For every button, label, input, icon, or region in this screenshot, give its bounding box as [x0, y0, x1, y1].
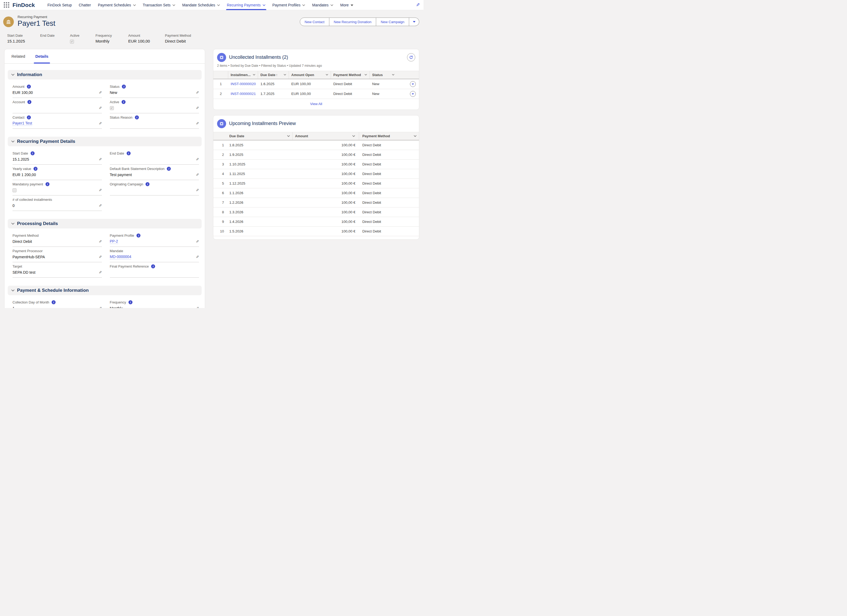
column-payment-method[interactable]: Payment Method	[359, 132, 419, 140]
table-row: 10 1.5.2026 100,00 € Direct Debit	[213, 227, 419, 236]
edit-pencil-icon[interactable]: ✎	[99, 307, 102, 308]
highlight-amount: Amount EUR 100,00	[128, 34, 165, 44]
nav-item-chatter[interactable]: Chatter	[75, 0, 94, 10]
tab-related[interactable]: Related	[12, 49, 25, 63]
app-navigation-bar: FinDock FinDock Setup Chatter Payment Sc…	[0, 0, 424, 10]
column-due-date[interactable]: Due Date	[226, 132, 293, 140]
checkbox-checked-icon	[70, 40, 74, 44]
table-row: 6 1.1.2026 100,00 € Direct Debit	[213, 188, 419, 198]
mandate-link[interactable]: MD-0000004	[110, 255, 131, 259]
edit-pencil-icon[interactable]: ✎	[416, 2, 420, 8]
edit-pencil-icon[interactable]: ✎	[99, 106, 102, 110]
field-payment-method: Payment Method Direct Debit✎	[12, 233, 102, 247]
edit-pencil-icon[interactable]: ✎	[196, 255, 199, 259]
edit-pencil-icon[interactable]: ✎	[196, 240, 199, 243]
installment-link[interactable]: INST-00000021	[231, 92, 256, 96]
new-campaign-button[interactable]: New Campaign	[376, 18, 409, 26]
table-row: 5 1.12.2025 100,00 € Direct Debit	[213, 179, 419, 188]
nav-item-recurring-payments[interactable]: Recurring Payments	[223, 0, 269, 10]
column-amount-open[interactable]: Amount Open	[289, 71, 331, 79]
info-icon[interactable]	[151, 264, 155, 268]
table-row: 2 1.9.2025 100,00 € Direct Debit	[213, 150, 419, 159]
edit-pencil-icon[interactable]: ✎	[99, 255, 102, 259]
column-installment[interactable]: Installmen...	[228, 71, 258, 79]
edit-pencil-icon[interactable]: ✎	[99, 240, 102, 243]
edit-pencil-icon[interactable]: ✎	[99, 271, 102, 274]
table-row: 1 INST-00000020 1.6.2025 EUR 100,00 Dire…	[213, 79, 419, 89]
info-icon[interactable]	[135, 115, 139, 119]
info-icon[interactable]	[136, 234, 140, 237]
payment-profile-link[interactable]: PP-2	[110, 239, 118, 244]
row-actions-dropdown-button[interactable]	[410, 91, 416, 97]
nav-item-findock-setup[interactable]: FinDock Setup	[44, 0, 75, 10]
edit-pencil-icon[interactable]: ✎	[99, 122, 102, 125]
info-icon[interactable]	[146, 182, 149, 186]
section-header-recurring-payment-details[interactable]: Recurring Payment Details	[8, 137, 202, 146]
field-originating-campaign: Originating Campaign ✎	[110, 181, 199, 196]
row-actions-dropdown-button[interactable]	[410, 81, 416, 87]
tab-details[interactable]: Details	[35, 49, 49, 63]
view-all-link[interactable]: View All	[310, 102, 322, 106]
new-contact-button[interactable]: New Contact	[300, 18, 329, 26]
info-icon[interactable]	[27, 100, 31, 104]
chevron-down-icon	[352, 135, 355, 137]
refresh-button[interactable]	[407, 53, 415, 62]
field-default-bank-statement-description: Default Bank Statement Description Test …	[110, 166, 199, 180]
nav-item-transaction-sets[interactable]: Transaction Sets	[139, 0, 179, 10]
info-icon[interactable]	[167, 167, 171, 171]
info-icon[interactable]	[46, 182, 49, 186]
info-icon[interactable]	[31, 151, 35, 155]
edit-pencil-icon[interactable]: ✎	[196, 158, 199, 161]
section-header-information[interactable]: Information	[8, 70, 202, 80]
info-icon[interactable]	[27, 115, 31, 119]
nav-item-mandates[interactable]: Mandates	[308, 0, 336, 10]
installment-knot-icon	[217, 119, 226, 128]
info-icon[interactable]	[34, 167, 37, 171]
highlight-start-date: Start Date 15.1.2025	[7, 34, 40, 44]
edit-pencil-icon[interactable]: ✎	[196, 307, 199, 308]
checkbox-unchecked-icon	[12, 188, 16, 192]
nav-item-payment-schedules[interactable]: Payment Schedules	[94, 0, 139, 10]
info-icon[interactable]	[127, 151, 131, 155]
recurring-payment-record-icon	[3, 16, 14, 27]
field-mandate: Mandate MD-0000004✎	[110, 248, 199, 262]
nav-item-mandate-schedules[interactable]: Mandate Schedules	[179, 0, 223, 10]
field-end-date: End Date ✎	[110, 150, 199, 165]
table-row: 7 1.2.2026 100,00 € Direct Debit	[213, 198, 419, 208]
info-icon[interactable]	[122, 85, 126, 88]
section-header-processing-details[interactable]: Processing Details	[8, 219, 202, 228]
new-recurring-donation-button[interactable]: New Recurring Donation	[329, 18, 376, 26]
edit-pencil-icon[interactable]: ✎	[99, 91, 102, 94]
edit-pencil-icon[interactable]: ✎	[196, 122, 199, 125]
section-header-payment-schedule-information[interactable]: Payment & Schedule Information	[8, 286, 202, 295]
more-actions-dropdown-button[interactable]	[409, 18, 419, 26]
info-icon[interactable]	[27, 85, 31, 88]
related-list-title[interactable]: Uncollected Installments (2)	[229, 55, 288, 60]
edit-pencil-icon[interactable]: ✎	[196, 188, 199, 192]
info-icon[interactable]	[122, 100, 125, 104]
column-due-date[interactable]: Due Date	[258, 71, 289, 79]
edit-pencil-icon[interactable]: ✎	[99, 204, 102, 208]
info-icon[interactable]	[52, 300, 56, 304]
edit-pencil-icon[interactable]: ✎	[196, 173, 199, 177]
edit-pencil-icon[interactable]: ✎	[99, 158, 102, 161]
installment-link[interactable]: INST-00000020	[231, 82, 256, 86]
contact-link[interactable]: Payer1 Test	[12, 121, 32, 126]
app-name-logo: FinDock	[12, 2, 35, 8]
field-yearly-value: Yearly value EUR 1 200,00✎	[12, 166, 102, 180]
field-status-reason: Status Reason ✎	[110, 115, 199, 129]
highlights-panel: Start Date 15.1.2025 End Date Active Fre…	[7, 34, 419, 44]
nav-item-more[interactable]: More	[337, 0, 357, 10]
edit-pencil-icon[interactable]: ✎	[196, 106, 199, 110]
table-row: 1 1.8.2025 100,00 € Direct Debit	[213, 140, 419, 150]
field-target: Target SEPA DD test✎	[12, 264, 102, 278]
column-status[interactable]: Status	[370, 71, 397, 79]
field-mandatory-payment: Mandatory payment ✎	[12, 181, 102, 196]
column-payment-method[interactable]: Payment Method	[331, 71, 370, 79]
column-amount[interactable]: Amount	[293, 132, 359, 140]
info-icon[interactable]	[128, 300, 133, 304]
edit-pencil-icon[interactable]: ✎	[196, 91, 199, 94]
app-launcher-waffle-icon[interactable]	[4, 2, 9, 8]
nav-item-payment-profiles[interactable]: Payment Profiles	[269, 0, 309, 10]
edit-pencil-icon[interactable]: ✎	[99, 188, 102, 192]
